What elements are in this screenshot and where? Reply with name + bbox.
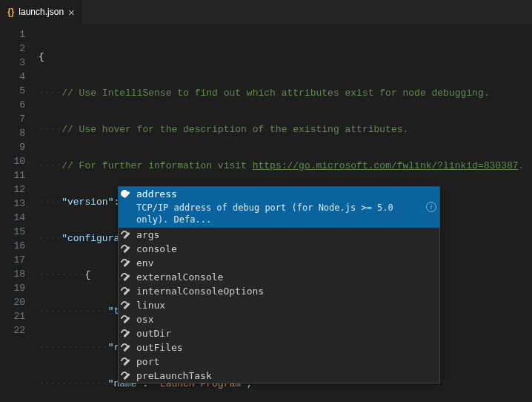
line-number: 8	[0, 126, 39, 140]
wrench-icon	[122, 329, 132, 339]
json-file-icon: {}	[7, 7, 14, 17]
line-number: 4	[0, 70, 39, 84]
suggest-label: env	[136, 257, 153, 268]
line-number: 6	[0, 98, 39, 112]
line-number: 13	[0, 197, 39, 211]
line-number: 17	[0, 253, 39, 267]
info-icon[interactable]: i	[426, 202, 436, 212]
suggest-label: linux	[136, 300, 165, 311]
suggest-item-linux[interactable]: linux	[119, 298, 439, 312]
suggest-label: args	[136, 229, 159, 240]
line-number: 12	[0, 182, 39, 197]
close-icon[interactable]: ×	[68, 7, 75, 18]
doc-link[interactable]: https://go.microsoft.com/fwlink/?linkid=…	[253, 160, 519, 171]
line-number: 18	[0, 267, 39, 281]
suggest-label: externalConsole	[136, 271, 223, 283]
suggest-label: internalConsoleOptions	[136, 286, 264, 297]
suggest-label: console	[136, 243, 177, 254]
line-number: 16	[0, 239, 39, 253]
line-number-gutter: 1 2 3 4 5 6 7 8 9 10 11 12 13 14 15 16 1…	[0, 24, 39, 402]
line-number: 19	[0, 281, 39, 295]
line-number: 10	[0, 154, 39, 168]
line-number: 5	[0, 84, 39, 98]
wrench-icon	[122, 314, 132, 325]
tab-launch-json[interactable]: {} launch.json ×	[0, 0, 83, 24]
line-number: 3	[0, 56, 39, 70]
wrench-icon	[122, 300, 132, 311]
tab-bar: {} launch.json ×	[0, 0, 532, 24]
wrench-icon	[122, 371, 132, 381]
line-number: 14	[0, 211, 39, 225]
suggest-item-prelaunchtask[interactable]: preLaunchTask	[119, 369, 439, 383]
suggest-item-port[interactable]: port	[119, 355, 439, 369]
wrench-icon	[122, 230, 132, 240]
suggest-label: port	[136, 356, 159, 367]
code-line: ····// Use IntelliSense to find out whic…	[39, 86, 532, 100]
line-number: 11	[0, 168, 39, 182]
suggest-label: outFiles	[136, 342, 183, 353]
wrench-icon	[122, 258, 132, 268]
wrench-icon	[122, 189, 132, 200]
suggest-item-console[interactable]: console	[119, 242, 439, 256]
wrench-icon	[122, 286, 132, 297]
suggest-label: address	[136, 188, 177, 200]
intellisense-popup[interactable]: address TCP/IP address of debug port (fo…	[118, 186, 440, 383]
line-number: 2	[0, 42, 39, 56]
suggest-item-args[interactable]: args	[119, 228, 439, 242]
suggest-item-externalconsole[interactable]: externalConsole	[119, 270, 439, 284]
line-number: 9	[0, 140, 39, 154]
code-line: {	[39, 50, 532, 64]
suggest-label: osx	[136, 314, 153, 325]
suggest-item-osx[interactable]: osx	[119, 312, 439, 326]
line-number: 1	[0, 27, 39, 42]
wrench-icon	[122, 244, 132, 254]
suggest-item-env[interactable]: env	[119, 256, 439, 270]
code-line: ····// Use hover for the description of …	[39, 122, 532, 136]
code-line: ····// For further information visit htt…	[39, 159, 532, 173]
wrench-icon	[122, 272, 132, 283]
suggest-item-address[interactable]: address	[119, 187, 439, 201]
line-number: 21	[0, 309, 39, 323]
suggest-item-internalconsoleoptions[interactable]: internalConsoleOptions	[119, 284, 439, 298]
suggest-description: TCP/IP address of debug port (for Node.j…	[119, 201, 439, 228]
wrench-icon	[122, 343, 132, 353]
suggest-item-outdir[interactable]: outDir	[119, 326, 439, 340]
suggest-label: preLaunchTask	[136, 370, 212, 381]
line-number: 15	[0, 225, 39, 239]
line-number: 7	[0, 112, 39, 126]
wrench-icon	[122, 357, 132, 367]
suggest-item-outfiles[interactable]: outFiles	[119, 340, 439, 355]
suggest-label: outDir	[136, 328, 171, 339]
line-number: 22	[0, 323, 39, 337]
tab-filename: launch.json	[19, 7, 64, 17]
line-number: 20	[0, 295, 39, 309]
